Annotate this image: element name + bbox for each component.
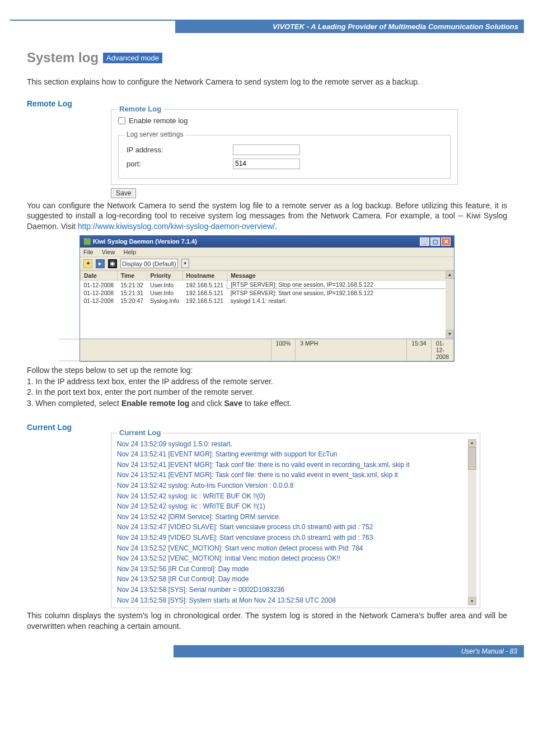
kiwi-menu-bar: File View Help <box>80 248 454 257</box>
minimize-icon[interactable]: _ <box>420 237 429 246</box>
log-line: Nov 24 13:52:42 syslog: iic : WRITE BUF … <box>117 491 466 502</box>
steps-lead: Follow the steps below to set up the rem… <box>27 365 507 376</box>
steps-list: Follow the steps below to set up the rem… <box>27 365 507 409</box>
col-time[interactable]: Time <box>117 271 147 281</box>
table-row: 01-12-200815:21:31User.Info192.168.5.121… <box>81 289 454 297</box>
port-input[interactable] <box>233 158 300 169</box>
kiwi-toolbar: ✦ ▸ ◉ Display 00 (Default) ▼ <box>80 257 454 270</box>
table-row: 01-12-200815:21:32User.Info192.168.5.121… <box>81 281 454 289</box>
menu-help[interactable]: Help <box>124 249 137 255</box>
step-2: 2. In the port text box, enter the port … <box>27 387 507 398</box>
table-row: 01-12-200815:20:47Syslog.Info192.168.5.1… <box>81 297 454 305</box>
scroll-thumb[interactable] <box>468 447 476 470</box>
current-log-legend: Current Log <box>117 428 163 437</box>
remote-log-description: You can configure the Network Camera to … <box>27 200 507 232</box>
current-log-body: Nov 24 13:52:09 syslogd 1.5.0: restart.N… <box>117 439 476 606</box>
port-label: port: <box>127 160 233 168</box>
scroll-up-icon[interactable]: ▴ <box>468 439 476 447</box>
header-brand: VIVOTEK - A Leading Provider of Multimed… <box>175 20 524 33</box>
toolbar-icon-1[interactable]: ✦ <box>83 259 92 268</box>
log-line: Nov 24 13:52:42 [DRM Service]: Starting … <box>117 512 466 522</box>
log-line: Nov 24 13:52:42 syslog: Auto-Iris Functi… <box>117 480 466 491</box>
current-log-description: This column displays the system's log in… <box>27 610 507 632</box>
current-log-scrollbar[interactable]: ▴ ▾ <box>468 439 476 606</box>
status-mph: 3 MPH <box>295 339 407 361</box>
col-date[interactable]: Date <box>81 271 118 281</box>
toolbar-icon-2[interactable]: ▸ <box>96 259 105 268</box>
menu-file[interactable]: File <box>83 249 93 255</box>
save-button[interactable]: Save <box>111 188 136 198</box>
status-pct: 100% <box>271 339 296 361</box>
log-line: Nov 24 13:52:41 [EVENT MGR]: Starting ev… <box>117 449 466 460</box>
scroll-down-icon[interactable]: ▼ <box>446 330 454 338</box>
kiwi-status-bar: 100% 3 MPH 15:34 01-12-2008 <box>80 338 454 361</box>
log-line: Nov 24 13:52:58 [SYS]: Serial number = 0… <box>117 585 466 595</box>
log-line: Nov 24 13:52:41 [EVENT MGR]: Task conf f… <box>117 470 466 480</box>
page-title: System log <box>27 50 99 66</box>
log-line: Nov 24 13:52:52 [VENC_MOTION]: Initial V… <box>117 553 466 564</box>
log-line: Nov 24 13:52:49 [VIDEO SLAVE]: Start ven… <box>117 533 466 543</box>
log-line: Nov 24 13:52:58 [SYS]: System starts at … <box>117 595 466 606</box>
current-log-heading: Current Log <box>27 423 507 432</box>
step-3: 3. When completed, select Enable remote … <box>27 398 507 409</box>
remote-log-legend: Remote Log <box>117 105 163 113</box>
menu-view[interactable]: View <box>102 249 115 255</box>
step-1: 1. In the IP address text box, enter the… <box>27 376 507 388</box>
log-line: Nov 24 13:52:56 [IR Cut Control]: Day mo… <box>117 564 466 575</box>
ip-address-label: IP address: <box>127 146 233 154</box>
enable-remote-log-label: Enable remote log <box>129 116 188 125</box>
log-line: Nov 24 13:52:42 syslog: iic : WRITE BUF … <box>117 501 466 512</box>
advanced-mode-badge: Advanced mode <box>103 53 162 63</box>
kiwi-window: 🟩 Kiwi Syslog Daemon (Version 7.1.4) _ ▢… <box>79 235 455 362</box>
log-line: Nov 24 13:52:47 [VIDEO SLAVE]: Start ven… <box>117 522 466 533</box>
log-line: Nov 24 13:52:52 [VENC_MOTION]: Start ven… <box>117 543 466 554</box>
status-time: 15:34 <box>406 339 431 361</box>
log-line: Nov 24 13:52:58 [IR Cut Control]: Day mo… <box>117 574 466 585</box>
kiwi-scrollbar[interactable]: ▲ ▼ <box>446 270 454 338</box>
enable-remote-log-checkbox[interactable] <box>118 117 125 124</box>
status-date: 01-12-2008 <box>431 339 454 361</box>
intro-paragraph: This section explains how to configure t… <box>27 77 507 88</box>
col-message[interactable]: Message <box>227 271 454 281</box>
page-footer: User's Manual - 83 <box>174 645 524 657</box>
log-line: Nov 24 13:52:09 syslogd 1.5.0: restart. <box>117 439 466 450</box>
log-server-settings-legend: Log server settings <box>124 130 185 138</box>
col-hostname[interactable]: Hostname <box>182 271 227 281</box>
ip-address-input[interactable] <box>233 144 300 155</box>
remote-log-panel: Remote Log Enable remote log Log server … <box>111 109 458 185</box>
log-server-settings-panel: Log server settings IP address: port: <box>118 135 451 179</box>
log-line: Nov 24 13:52:41 [EVENT MGR]: Task conf f… <box>117 460 466 470</box>
kiwi-window-title: 🟩 Kiwi Syslog Daemon (Version 7.1.4) <box>83 238 197 245</box>
scroll-down-icon[interactable]: ▾ <box>468 597 476 605</box>
chevron-down-icon[interactable]: ▼ <box>181 259 189 268</box>
kiwi-log-table: Date Time Priority Hostname Message 01-1… <box>80 270 454 305</box>
col-priority[interactable]: Priority <box>147 271 182 281</box>
maximize-icon[interactable]: ▢ <box>430 237 440 246</box>
current-log-panel: Current Log Nov 24 13:52:09 syslogd 1.5.… <box>111 433 480 609</box>
toolbar-icon-3[interactable]: ◉ <box>108 259 117 268</box>
close-icon[interactable]: ✕ <box>441 237 451 246</box>
kiwi-link[interactable]: http://www.kiwisyslog.com/kiwi-syslog-da… <box>78 222 275 231</box>
remote-log-heading: Remote Log <box>27 99 507 108</box>
display-select[interactable]: Display 00 (Default) <box>120 259 178 268</box>
scroll-up-icon[interactable]: ▲ <box>446 270 454 279</box>
